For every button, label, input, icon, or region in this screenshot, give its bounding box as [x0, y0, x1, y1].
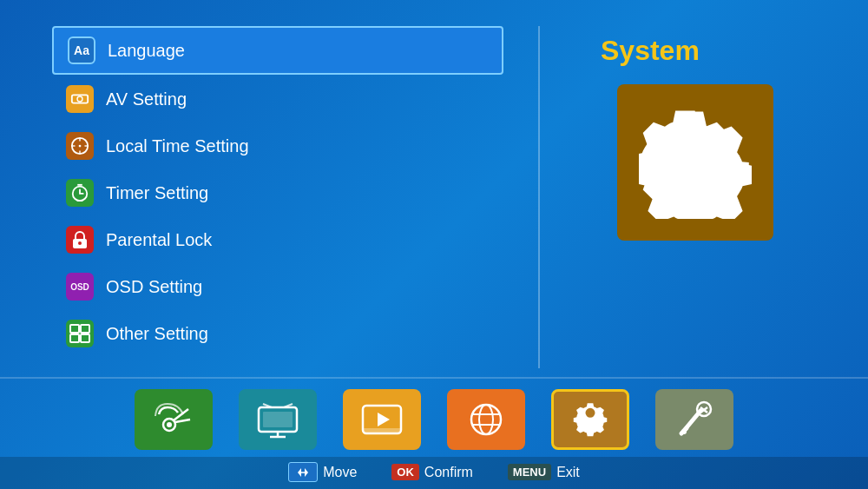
status-bar: Move OK Confirm MENU Exit — [0, 457, 868, 489]
status-menu: MENU Exit — [508, 464, 580, 480]
svg-rect-14 — [81, 325, 89, 333]
menu-label-av: AV Setting — [106, 89, 187, 109]
svg-point-31 — [479, 405, 493, 434]
nav-tv[interactable] — [239, 389, 317, 450]
svg-marker-41 — [305, 468, 308, 477]
system-title: System — [601, 35, 700, 67]
status-move: Move — [288, 462, 357, 482]
other-icon — [66, 320, 94, 347]
menu-item-language[interactable]: Aa Language — [52, 26, 503, 75]
menu-label-local-time: Local Time Setting — [106, 136, 249, 156]
move-badge — [288, 462, 318, 482]
osd-icon: OSD — [66, 273, 94, 301]
menu-item-av-setting[interactable]: AV Setting — [52, 76, 503, 122]
menu-label-osd: OSD Setting — [106, 277, 202, 297]
svg-line-19 — [175, 420, 190, 422]
gear-icon — [639, 106, 752, 219]
menu-badge: MENU — [508, 464, 551, 480]
nav-media[interactable] — [343, 389, 421, 450]
svg-point-2 — [78, 97, 82, 102]
menu-item-timer[interactable]: Timer Setting — [52, 170, 503, 215]
menu-item-other[interactable]: Other Setting — [52, 311, 503, 356]
svg-point-37 — [681, 429, 687, 434]
menu-label: Exit — [556, 465, 580, 480]
svg-rect-29 — [363, 428, 401, 433]
nav-system[interactable] — [551, 389, 629, 450]
svg-rect-26 — [263, 412, 293, 427]
language-icon: Aa — [68, 36, 95, 64]
svg-marker-40 — [298, 468, 301, 477]
parental-icon — [66, 226, 94, 254]
svg-point-30 — [471, 405, 501, 434]
right-panel: System — [575, 26, 816, 368]
svg-rect-15 — [70, 334, 79, 342]
menu-label-language: Language — [108, 41, 185, 61]
timer-icon — [66, 179, 94, 207]
menu-item-local-time[interactable]: Local Time Setting — [52, 123, 503, 169]
ok-badge: OK — [391, 464, 419, 480]
system-icon-box — [617, 84, 773, 241]
menu-label-other: Other Setting — [106, 324, 208, 344]
nav-satellite[interactable] — [135, 389, 213, 450]
bottom-nav — [0, 377, 868, 457]
svg-point-8 — [79, 145, 82, 148]
svg-rect-16 — [81, 334, 89, 342]
av-icon — [66, 85, 94, 113]
nav-globe[interactable] — [447, 389, 525, 450]
menu-item-parental[interactable]: Parental Lock — [52, 217, 503, 262]
content-area: Aa Language AV Setting — [0, 0, 868, 377]
nav-tools[interactable] — [655, 389, 733, 450]
svg-marker-28 — [378, 413, 390, 426]
menu-panel: Aa Language AV Setting — [52, 26, 503, 368]
svg-point-12 — [78, 241, 82, 245]
local-time-icon — [66, 132, 94, 160]
ok-label: Confirm — [424, 465, 473, 480]
svg-rect-13 — [70, 325, 79, 333]
menu-item-osd[interactable]: OSD OSD Setting — [52, 264, 503, 309]
status-ok: OK Confirm — [391, 464, 473, 480]
menu-label-timer: Timer Setting — [106, 183, 208, 203]
main-container: Aa Language AV Setting — [0, 0, 868, 489]
menu-label-parental: Parental Lock — [106, 230, 212, 250]
divider — [538, 26, 540, 368]
svg-point-20 — [167, 422, 172, 427]
move-label: Move — [323, 465, 357, 480]
